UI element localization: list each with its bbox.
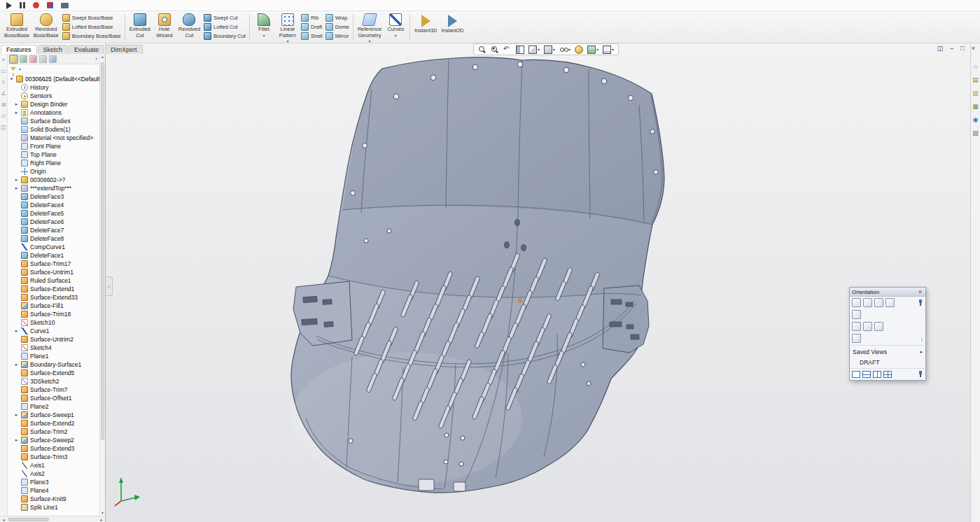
dropdown-caret-icon[interactable]: ▾ [596, 47, 598, 52]
tree-item-surface-extend33[interactable]: Surface-Extend33 [8, 293, 99, 302]
clip-icon[interactable] [47, 2, 53, 8]
diamond-tool-icon[interactable]: ◊ [2, 80, 5, 85]
ribbon-mirror[interactable]: Mirror [326, 32, 349, 40]
pause-icon[interactable] [20, 2, 25, 8]
mounting-hole[interactable] [349, 439, 353, 443]
cube-front-icon[interactable] [852, 310, 861, 319]
dropdown-caret-icon[interactable]: ▾ [568, 47, 570, 52]
ribbon-curves[interactable]: Curves▾ [384, 12, 407, 42]
rectangle-tool-icon[interactable]: ▭ [1, 69, 6, 74]
mounting-hole[interactable] [363, 143, 368, 148]
tab-evaluate[interactable]: Evaluate [69, 45, 104, 54]
panel-expand-chevron-icon[interactable]: › [95, 55, 97, 62]
expand-arrow-icon[interactable]: ▸ [14, 362, 19, 367]
ribbon-boundary-cut[interactable]: Boundary Cut [204, 32, 246, 40]
tree-item-surface-untrim1[interactable]: Surface-Untrim1 [8, 268, 99, 276]
front-view-icon[interactable] [863, 298, 872, 307]
mounting-hole[interactable] [628, 95, 633, 100]
ribbon-instant2d[interactable]: Instant2D [439, 12, 465, 42]
pin-icon[interactable] [917, 299, 923, 306]
headsup-view-settings[interactable]: ▾ [601, 44, 616, 55]
ribbon-fillet[interactable]: Fillet▾ [252, 12, 276, 42]
tree-item-top-plane[interactable]: Top Plane [8, 150, 99, 159]
headsup-section-view[interactable] [514, 44, 526, 55]
tree-item-plane3[interactable]: Plane3 [8, 478, 99, 486]
mounting-hole[interactable] [654, 170, 658, 174]
tree-item-deleteface1[interactable]: DeleteFace1 [8, 251, 99, 260]
graphics-area[interactable] [105, 43, 970, 522]
headsup-zoom-area[interactable] [489, 44, 501, 55]
tree-item-ruled-surface1[interactable]: Ruled Surface1 [8, 276, 99, 285]
dropdown-caret-icon[interactable]: ▾ [286, 39, 288, 43]
tree-item-curve1[interactable]: ▸Curve1 [8, 327, 99, 335]
tree-vertical-scrollbar[interactable]: ▲ ▼ [99, 54, 105, 516]
angle-tool-icon[interactable]: ∠ [1, 91, 6, 97]
ribbon-draft[interactable]: Draft [301, 23, 323, 31]
dropdown-caret-icon[interactable]: ▾ [368, 39, 370, 43]
headsup-edit-appearance[interactable] [573, 44, 585, 55]
expand-arrow-icon[interactable]: ▸ [14, 177, 19, 183]
split-view-tool-icon[interactable]: ◫ [1, 125, 6, 130]
mounting-hole[interactable] [430, 75, 436, 80]
scroll-right-icon[interactable]: ▸ [98, 517, 105, 522]
tab-dimxpert[interactable]: DimXpert [105, 45, 143, 54]
scroll-up-icon[interactable]: ▲ [100, 55, 105, 59]
viewport-two-vertical-icon[interactable] [873, 371, 881, 378]
tree-item-plane4[interactable]: Plane4 [8, 486, 99, 495]
ribbon-dome[interactable]: Dome [326, 23, 349, 31]
tree-horizontal-scrollbar[interactable]: ◂ ▸ [0, 516, 105, 522]
tree-item-annotations[interactable]: ▸Annotations [8, 108, 99, 117]
mounting-hole[interactable] [601, 78, 607, 84]
filter-caret-icon[interactable]: ▾ [19, 66, 21, 71]
tree-item-deleteface6[interactable]: DeleteFace6 [8, 218, 99, 226]
scrollbar-thumb[interactable] [8, 518, 49, 521]
tree-item-surface-extend3[interactable]: Surface-Extend3 [8, 444, 99, 453]
tree-item-deleteface4[interactable]: DeleteFace4 [8, 201, 99, 209]
mounting-hole[interactable] [444, 433, 449, 437]
expand-arrow-icon[interactable]: ▸ [14, 101, 19, 107]
mounting-hole[interactable] [444, 460, 448, 464]
update-standard-views-icon[interactable]: ↓ [920, 335, 924, 342]
headsup-view-orientation[interactable]: ▾ [526, 44, 542, 55]
tree-item-surface-extend5[interactable]: Surface-Extend5 [8, 369, 99, 377]
tree-item-surface-trim7[interactable]: Surface-Trim7 [8, 386, 99, 394]
tree-item-surface-trim18[interactable]: Surface-Trim18 [8, 310, 99, 318]
cube-back-icon[interactable] [863, 322, 872, 331]
file-explorer-icon[interactable]: ▥ [972, 90, 979, 97]
scroll-left-icon[interactable]: ◂ [0, 517, 7, 522]
model-canvas[interactable] [106, 55, 970, 522]
tree-item-surface-sweep1[interactable]: ▸Surface-Sweep1 [8, 411, 99, 419]
mounting-hole[interactable] [564, 67, 569, 73]
tree-item-plane2[interactable]: Plane2 [8, 402, 99, 411]
tree-item-origin[interactable]: Origin [8, 167, 99, 176]
ribbon-hole-wizard[interactable]: HoleWizard [153, 12, 176, 42]
mounting-hole[interactable] [517, 62, 523, 67]
normal-to-icon[interactable] [852, 298, 861, 307]
dock-pane-button[interactable]: ◫ [937, 44, 944, 52]
custom-properties-icon[interactable]: ▧ [972, 129, 979, 136]
dropdown-caret-icon[interactable]: ▾ [262, 34, 265, 38]
displaymanager-tab[interactable] [49, 55, 57, 63]
view-palette-icon[interactable]: ▦ [972, 103, 979, 110]
ribbon-extruded-boss-base[interactable]: ExtrudedBoss/Base [2, 12, 31, 42]
tree-item-surface-extend2[interactable]: Surface-Extend2 [8, 419, 99, 428]
mounting-hole[interactable] [393, 94, 399, 99]
dropdown-caret-icon[interactable]: ▾ [612, 47, 614, 52]
ribbon-boundary-boss-base[interactable]: Boundary Boss/Base [62, 32, 121, 40]
tree-item-compcurve1[interactable]: CompCurve1 [8, 243, 99, 251]
tree-item-sketch10[interactable]: Sketch10 [8, 318, 99, 327]
mounting-hole[interactable] [472, 64, 478, 70]
tree-item-deleteface8[interactable]: DeleteFace8 [8, 234, 99, 243]
headsup-zoom-fit[interactable] [476, 44, 489, 55]
ribbon-shell[interactable]: Shell [301, 32, 323, 40]
ribbon-swept-boss-base[interactable]: Swept Boss/Base [62, 14, 121, 22]
tree-item-sketch4[interactable]: Sketch4 [8, 344, 99, 352]
mounting-hole[interactable] [581, 362, 585, 367]
isometric-view-icon[interactable] [886, 298, 895, 307]
camera-icon[interactable] [61, 3, 69, 8]
tree-item-sensors[interactable]: Sensors [8, 92, 99, 100]
mounting-hole[interactable] [650, 129, 654, 134]
featuremanager-tab[interactable] [10, 55, 18, 63]
minimize-window-button[interactable]: – [950, 44, 953, 52]
tree-item-surface-untrim2[interactable]: Surface-Untrim2 [8, 335, 99, 344]
